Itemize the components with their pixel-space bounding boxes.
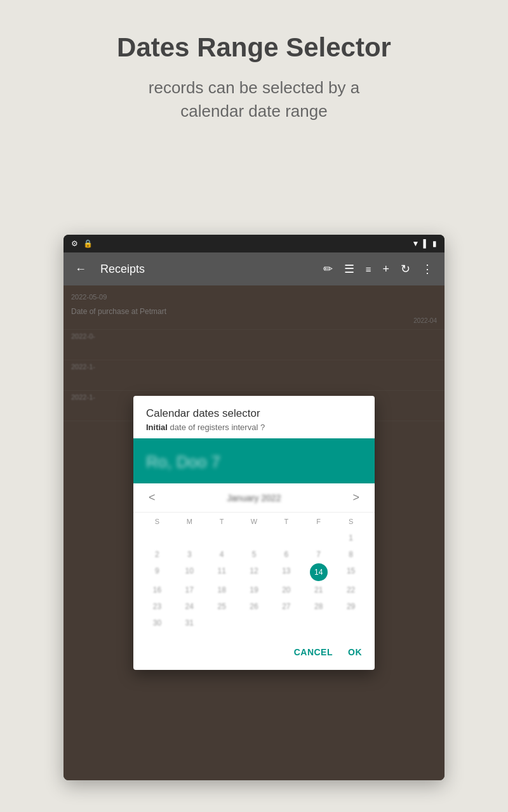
day-empty-2 [173, 530, 206, 546]
day-6[interactable]: 6 [270, 547, 302, 562]
signal-icon: ▌ [423, 239, 429, 248]
day-27[interactable]: 27 [270, 599, 302, 614]
day-label-4: T [270, 515, 302, 528]
add-icon[interactable]: + [380, 260, 392, 278]
day-2[interactable]: 2 [141, 547, 173, 562]
wifi-icon: ▼ [412, 239, 420, 248]
day-7[interactable]: 7 [302, 547, 335, 562]
settings-icon: ⚙ [71, 239, 78, 248]
day-labels-row: S M T W T F S [133, 513, 375, 530]
app-toolbar: ← Receipts ✏ ☰ ≡ + ↻ ⋮ [64, 252, 444, 285]
day-empty-end-5 [335, 615, 367, 631]
status-bar-right: ▼ ▌ ▮ [412, 239, 437, 248]
toolbar-title: Receipts [100, 263, 314, 276]
page-header: Dates Range Selector records can be sele… [0, 0, 508, 141]
dialog-overlay: Calendar dates selector Initial date of … [64, 285, 444, 780]
more-icon[interactable]: ⋮ [419, 259, 436, 278]
day-10[interactable]: 10 [173, 563, 206, 581]
day-5[interactable]: 5 [238, 547, 271, 562]
day-3[interactable]: 3 [173, 547, 206, 562]
day-empty-4 [238, 530, 271, 546]
day-empty-3 [206, 530, 238, 546]
day-label-3: W [238, 515, 271, 528]
day-15[interactable]: 15 [335, 563, 367, 581]
page-background: Dates Range Selector records can be sele… [0, 0, 508, 812]
ok-button[interactable]: OK [345, 643, 364, 661]
day-31[interactable]: 31 [173, 615, 206, 631]
day-empty-5 [270, 530, 302, 546]
dialog-actions: CANCEL OK [133, 636, 375, 670]
day-empty-end-3 [270, 615, 302, 631]
day-label-0: S [141, 515, 173, 528]
battery-icon: ▮ [432, 239, 437, 248]
day-29[interactable]: 29 [335, 599, 367, 614]
day-11[interactable]: 11 [206, 563, 238, 581]
day-25[interactable]: 25 [206, 599, 238, 614]
day-label-2: T [206, 515, 238, 528]
back-button[interactable]: ← [72, 260, 89, 278]
status-bar: ⚙ 🔒 ▼ ▌ ▮ [64, 235, 444, 252]
cancel-button[interactable]: CANCEL [291, 643, 335, 661]
calendar-dialog: Calendar dates selector Initial date of … [133, 396, 375, 670]
day-label-5: F [302, 515, 335, 528]
filter2-icon[interactable]: ≡ [363, 261, 374, 277]
day-16[interactable]: 16 [141, 582, 173, 598]
day-12[interactable]: 12 [238, 563, 271, 581]
dialog-subtitle: Initial date of registers interval ? [146, 422, 362, 432]
app-content: 2022-05-09 Date of purchase at Petmart 2… [64, 285, 444, 780]
day-21[interactable]: 21 [302, 582, 335, 598]
phone-mockup: ⚙ 🔒 ▼ ▌ ▮ ← Receipts ✏ ☰ ≡ + ↻ ⋮ 2022-05… [64, 235, 444, 780]
day-24[interactable]: 24 [173, 599, 206, 614]
day-empty-end-4 [302, 615, 335, 631]
prev-month-button[interactable]: < [144, 488, 161, 507]
month-year-label: January 2022 [227, 493, 281, 503]
day-4[interactable]: 4 [206, 547, 238, 562]
refresh-icon[interactable]: ↻ [398, 259, 413, 278]
day-26[interactable]: 26 [238, 599, 271, 614]
calendar-teal-header: Ro, Doo 7 [133, 438, 375, 483]
day-empty-end-1 [206, 615, 238, 631]
day-13[interactable]: 13 [270, 563, 302, 581]
dialog-title: Calendar dates selector [146, 407, 362, 420]
dialog-header: Calendar dates selector Initial date of … [133, 396, 375, 438]
page-title: Dates Range Selector [38, 32, 470, 63]
day-19[interactable]: 19 [238, 582, 271, 598]
page-subtitle: records can be selected by acalendar dat… [38, 76, 470, 122]
day-9[interactable]: 9 [141, 563, 173, 581]
day-empty-6 [302, 530, 335, 546]
day-label-1: M [173, 515, 206, 528]
day-14-today[interactable]: 14 [310, 563, 328, 581]
day-22[interactable]: 22 [335, 582, 367, 598]
day-18[interactable]: 18 [206, 582, 238, 598]
dialog-subtitle-text: date of registers interval ? [168, 422, 265, 432]
status-bar-left: ⚙ 🔒 [71, 239, 93, 248]
day-empty-1 [141, 530, 173, 546]
next-month-button[interactable]: > [347, 488, 364, 507]
selected-date: Ro, Doo 7 [146, 452, 362, 472]
day-28[interactable]: 28 [302, 599, 335, 614]
day-17[interactable]: 17 [173, 582, 206, 598]
day-30[interactable]: 30 [141, 615, 173, 631]
day-20[interactable]: 20 [270, 582, 302, 598]
filter1-icon[interactable]: ☰ [342, 259, 357, 278]
calendar-nav: < January 2022 > [133, 483, 375, 513]
edit-icon[interactable]: ✏ [321, 259, 335, 278]
day-empty-end-2 [238, 615, 271, 631]
dialog-subtitle-bold: Initial [146, 422, 168, 432]
day-8[interactable]: 8 [335, 547, 367, 562]
day-1[interactable]: 1 [335, 530, 367, 546]
day-23[interactable]: 23 [141, 599, 173, 614]
day-label-6: S [335, 515, 367, 528]
lock-icon: 🔒 [83, 239, 93, 248]
calendar-grid: 1 2 3 4 5 6 7 8 9 10 11 12 13 [133, 530, 375, 636]
